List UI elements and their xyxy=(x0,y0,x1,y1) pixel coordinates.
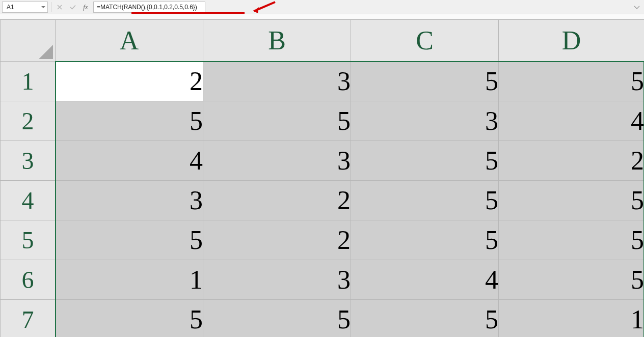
cell-value: 5 xyxy=(485,146,498,175)
formula-bar: A1 fx =MATCH(RAND(),{0,0.1,0.2,0.5,0.6}) xyxy=(0,0,644,14)
row-header-6[interactable]: 6 xyxy=(1,260,56,300)
cell-D1[interactable]: 5 xyxy=(499,62,645,101)
cell-value: 3 xyxy=(337,67,351,96)
cell-D4[interactable]: 5 xyxy=(499,181,645,220)
row-header-7[interactable]: 7 xyxy=(1,300,56,338)
cell-C7[interactable]: 5 xyxy=(351,300,499,338)
column-header-label: A xyxy=(120,26,139,55)
cell-value: 2 xyxy=(337,226,351,255)
annotation-underline xyxy=(131,12,245,14)
row-header-label: 3 xyxy=(22,147,34,174)
cell-value: 2 xyxy=(190,67,203,96)
column-header-label: C xyxy=(416,26,434,55)
cell-C4[interactable]: 5 xyxy=(351,181,499,220)
row-header-4[interactable]: 4 xyxy=(1,181,56,220)
cell-D7[interactable]: 1 xyxy=(499,300,645,338)
row-header-label: 7 xyxy=(22,306,34,333)
cell-value: 4 xyxy=(631,106,644,135)
cell-B3[interactable]: 3 xyxy=(203,141,351,181)
column-header-label: B xyxy=(268,26,286,55)
cell-value: 3 xyxy=(337,265,351,294)
cell-B5[interactable]: 2 xyxy=(203,220,351,260)
cell-C1[interactable]: 5 xyxy=(351,62,499,101)
cell-value: 5 xyxy=(337,305,351,334)
row-header-label: 5 xyxy=(22,227,34,254)
column-header-B[interactable]: B xyxy=(203,20,351,62)
cell-value: 5 xyxy=(485,67,498,96)
select-all-triangle-icon xyxy=(39,45,53,59)
spreadsheet-grid: A B C D 12355255343435243255552556134575… xyxy=(0,19,644,337)
row-header-label: 2 xyxy=(22,107,34,134)
cell-B2[interactable]: 5 xyxy=(203,101,351,141)
cell-D2[interactable]: 4 xyxy=(499,101,645,141)
cell-value: 5 xyxy=(190,226,203,255)
cell-value: 3 xyxy=(485,106,498,135)
cell-D6[interactable]: 5 xyxy=(499,260,645,300)
cell-D3[interactable]: 2 xyxy=(499,141,645,181)
select-all-corner[interactable] xyxy=(1,20,56,62)
cell-C2[interactable]: 3 xyxy=(351,101,499,141)
cell-B6[interactable]: 3 xyxy=(203,260,351,300)
cell-B1[interactable]: 3 xyxy=(203,62,351,101)
cell-value: 2 xyxy=(631,146,644,175)
cell-value: 5 xyxy=(485,226,498,255)
annotation-arrow-icon xyxy=(251,1,276,15)
cell-B4[interactable]: 2 xyxy=(203,181,351,220)
row-header-1[interactable]: 1 xyxy=(1,62,56,101)
cell-A3[interactable]: 4 xyxy=(56,141,203,181)
cell-value: 5 xyxy=(631,226,644,255)
fx-label[interactable]: fx xyxy=(81,3,90,11)
row-header-label: 1 xyxy=(22,68,34,95)
cell-value: 5 xyxy=(190,305,203,334)
column-header-D[interactable]: D xyxy=(499,20,645,62)
formula-input[interactable]: =MATCH(RAND(),{0,0.1,0.2,0.5,0.6}) xyxy=(93,2,205,13)
cell-value: 5 xyxy=(631,67,644,96)
cell-C6[interactable]: 4 xyxy=(351,260,499,300)
chevron-down-icon xyxy=(41,5,45,9)
cell-value: 1 xyxy=(190,265,203,294)
cell-A6[interactable]: 1 xyxy=(56,260,203,300)
cell-A7[interactable]: 5 xyxy=(56,300,203,338)
column-header-C[interactable]: C xyxy=(351,20,499,62)
cell-value: 5 xyxy=(631,265,644,294)
name-box-value: A1 xyxy=(7,4,14,11)
cell-value: 3 xyxy=(337,146,351,175)
row-header-3[interactable]: 3 xyxy=(1,141,56,181)
row-header-2[interactable]: 2 xyxy=(1,101,56,141)
row-header-label: 4 xyxy=(22,187,34,214)
formula-text: =MATCH(RAND(),{0,0.1,0.2,0.5,0.6}) xyxy=(97,4,197,11)
row-header-label: 6 xyxy=(22,266,34,293)
cancel-icon[interactable] xyxy=(55,2,65,12)
name-box[interactable]: A1 xyxy=(2,2,48,13)
row-header-5[interactable]: 5 xyxy=(1,220,56,260)
cell-value: 1 xyxy=(631,305,644,334)
cell-value: 5 xyxy=(485,305,498,334)
separator xyxy=(51,2,51,12)
enter-icon[interactable] xyxy=(68,2,78,12)
column-header-label: D xyxy=(562,26,581,55)
cell-value: 3 xyxy=(190,186,203,215)
cell-value: 2 xyxy=(337,186,351,215)
cell-value: 5 xyxy=(190,106,203,135)
cell-A5[interactable]: 5 xyxy=(56,220,203,260)
header-strip xyxy=(0,14,644,19)
column-header-A[interactable]: A xyxy=(56,20,203,62)
cell-value: 5 xyxy=(337,106,351,135)
cell-value: 5 xyxy=(631,186,644,215)
expand-formula-bar-icon[interactable] xyxy=(633,3,641,11)
cell-value: 4 xyxy=(190,146,203,175)
cell-D5[interactable]: 5 xyxy=(499,220,645,260)
cell-A4[interactable]: 3 xyxy=(56,181,203,220)
cell-A2[interactable]: 5 xyxy=(56,101,203,141)
cell-value: 5 xyxy=(485,186,498,215)
cell-value: 4 xyxy=(485,265,498,294)
cell-B7[interactable]: 5 xyxy=(203,300,351,338)
cell-C3[interactable]: 5 xyxy=(351,141,499,181)
cell-A1[interactable]: 2 xyxy=(56,62,203,101)
cell-C5[interactable]: 5 xyxy=(351,220,499,260)
